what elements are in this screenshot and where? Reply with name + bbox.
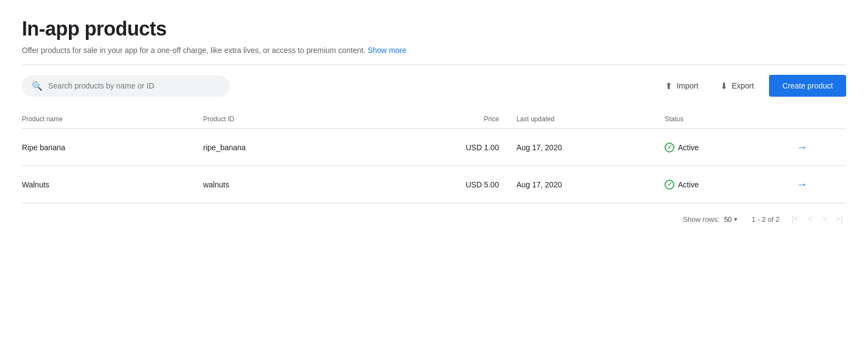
cell-price-1: USD 5.00 — [385, 166, 516, 203]
rows-select[interactable]: 50 ▼ — [724, 215, 738, 223]
status-badge-1: ✓ Active — [665, 180, 788, 190]
next-page-button[interactable]: > — [818, 212, 830, 226]
check-circle-icon-0: ✓ — [665, 143, 674, 152]
cell-status-0: ✓ Active — [665, 129, 796, 166]
cell-arrow-0: → — [797, 129, 846, 166]
export-label: Export — [732, 81, 754, 90]
cell-id-1: walnuts — [203, 166, 385, 203]
create-product-button[interactable]: Create product — [769, 75, 846, 97]
prev-page-button[interactable]: < — [805, 212, 816, 226]
col-header-arrow — [797, 110, 846, 129]
table-header: Product name Product ID Price Last updat… — [22, 110, 846, 129]
search-icon: 🔍 — [32, 81, 43, 91]
export-button[interactable]: ⬇ Export — [714, 76, 760, 96]
products-table: Product name Product ID Price Last updat… — [22, 110, 846, 203]
divider-top — [22, 64, 846, 65]
col-header-status: Status — [665, 110, 796, 129]
cell-name-1: Walnuts — [22, 166, 203, 203]
status-text-0: Active — [678, 143, 698, 152]
cell-name-0: Ripe banana — [22, 129, 203, 166]
rows-dropdown-arrow: ▼ — [733, 216, 738, 222]
last-page-button[interactable]: >| — [832, 212, 847, 226]
rows-value: 50 — [724, 215, 732, 223]
page-container: In-app products Offer products for sale … — [0, 0, 868, 244]
cell-status-1: ✓ Active — [665, 166, 796, 203]
page-info: 1 - 2 of 2 — [752, 215, 779, 223]
search-box[interactable]: 🔍 — [22, 75, 230, 97]
check-circle-icon-1: ✓ — [665, 180, 674, 190]
table-row[interactable]: Walnuts walnuts USD 5.00 Aug 17, 2020 ✓ … — [22, 166, 846, 203]
col-header-name: Product name — [22, 110, 203, 129]
first-page-button[interactable]: |< — [788, 212, 802, 226]
col-header-id: Product ID — [203, 110, 385, 129]
table-row[interactable]: Ripe banana ripe_banana USD 1.00 Aug 17,… — [22, 129, 846, 166]
export-icon: ⬇ — [720, 81, 727, 91]
import-button[interactable]: ⬆ Import — [659, 76, 705, 96]
table-body: Ripe banana ripe_banana USD 1.00 Aug 17,… — [22, 129, 846, 203]
status-badge-0: ✓ Active — [665, 143, 788, 152]
page-subtitle: Offer products for sale in your app for … — [22, 46, 846, 55]
cell-id-0: ripe_banana — [203, 129, 385, 166]
subtitle-text: Offer products for sale in your app for … — [22, 46, 365, 55]
status-text-1: Active — [678, 180, 698, 189]
page-title: In-app products — [22, 17, 846, 40]
row-arrow-button-1[interactable]: → — [797, 178, 808, 191]
rows-label: Show rows: — [683, 215, 719, 223]
col-header-updated: Last updated — [516, 110, 665, 129]
import-icon: ⬆ — [665, 81, 672, 91]
pagination: Show rows: 50 ▼ 1 - 2 of 2 |< < > >| — [22, 203, 846, 231]
cell-arrow-1: → — [797, 166, 846, 203]
toolbar: 🔍 ⬆ Import ⬇ Export Create product — [22, 75, 846, 97]
col-header-price: Price — [385, 110, 516, 129]
cell-updated-0: Aug 17, 2020 — [516, 129, 665, 166]
search-input[interactable] — [48, 81, 220, 90]
cell-updated-1: Aug 17, 2020 — [516, 166, 665, 203]
show-more-link[interactable]: Show more — [368, 46, 406, 55]
cell-price-0: USD 1.00 — [385, 129, 516, 166]
row-arrow-button-0[interactable]: → — [797, 141, 808, 154]
import-label: Import — [677, 81, 698, 90]
